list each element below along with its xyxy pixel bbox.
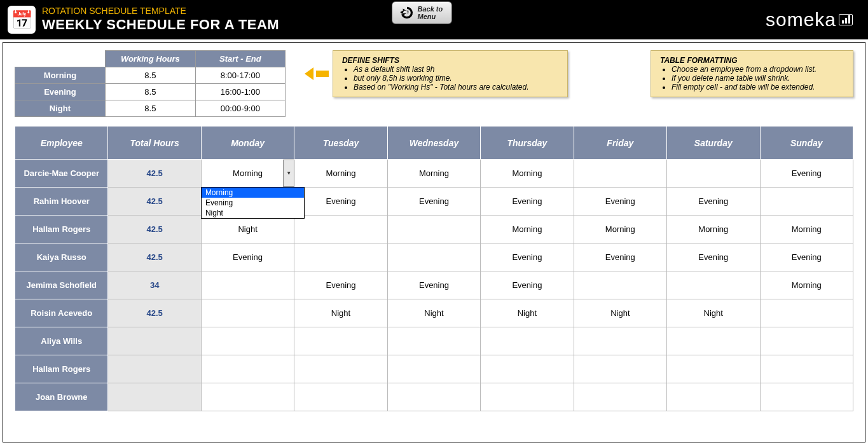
shift-cell[interactable]: Evening	[667, 243, 760, 271]
employee-cell[interactable]: Rahim Hoover	[15, 188, 108, 216]
shift-cell[interactable]	[294, 355, 387, 383]
shift-cell[interactable]	[760, 299, 853, 327]
dropdown-option[interactable]: Morning	[202, 188, 304, 198]
shift-cell[interactable]	[574, 355, 666, 383]
shift-cell[interactable]	[201, 271, 294, 299]
shift-cell[interactable]	[294, 383, 387, 411]
shift-cell[interactable]	[201, 327, 294, 355]
shift-cell[interactable]	[481, 355, 574, 383]
shift-cell[interactable]: Evening	[667, 188, 760, 216]
shift-cell[interactable]: Morning	[481, 160, 574, 188]
shift-range-cell[interactable]: 8:00-17:00	[195, 67, 285, 84]
shift-cell[interactable]: Morning	[574, 216, 666, 243]
shift-cell[interactable]: Evening	[760, 160, 853, 188]
shift-cell[interactable]: Evening	[294, 188, 387, 216]
shift-cell[interactable]	[387, 383, 480, 411]
shift-cell[interactable]: Night	[667, 299, 760, 327]
employee-cell[interactable]: Jemima Schofield	[15, 271, 108, 299]
shift-cell[interactable]	[201, 383, 294, 411]
shift-cell[interactable]: Evening	[201, 243, 294, 271]
shift-cell[interactable]: Night	[481, 299, 574, 327]
shift-cell[interactable]: Evening	[574, 188, 666, 216]
table-row: Roisin Acevedo42.5NightNightNightNightNi…	[15, 299, 853, 327]
note-title: TABLE FORMATTING	[660, 56, 844, 65]
note-item: Choose an employee from a dropdown list.	[672, 65, 844, 74]
shift-cell[interactable]	[760, 188, 853, 216]
total-hours-cell: 42.5	[108, 243, 201, 271]
shift-hours-cell[interactable]: 8.5	[105, 67, 195, 84]
shift-cell[interactable]	[574, 327, 666, 355]
shift-cell[interactable]	[667, 383, 760, 411]
shift-cell[interactable]	[387, 355, 480, 383]
shift-cell[interactable]	[387, 216, 480, 243]
employee-cell[interactable]: Joan Browne	[15, 383, 108, 411]
shift-cell[interactable]: Evening	[574, 243, 666, 271]
col-tue: Tuesday	[294, 127, 387, 160]
employee-cell[interactable]: Aliya Wills	[15, 327, 108, 355]
shift-cell[interactable]	[387, 327, 480, 355]
shift-cell[interactable]	[760, 383, 853, 411]
shift-cell[interactable]: Morning	[667, 216, 760, 243]
shift-cell[interactable]: Morning	[760, 271, 853, 299]
dropdown-option[interactable]: Evening	[202, 198, 304, 208]
shift-cell[interactable]	[481, 327, 574, 355]
dropdown-option[interactable]: Night	[202, 208, 304, 218]
shift-cell[interactable]	[387, 243, 480, 271]
empty-corner	[15, 51, 106, 67]
shift-cell[interactable]	[667, 355, 760, 383]
shift-cell[interactable]: Evening	[760, 243, 853, 271]
shift-cell[interactable]: Evening	[294, 271, 387, 299]
shift-hours-cell[interactable]: 8.5	[105, 100, 195, 117]
employee-cell[interactable]: Darcie-Mae Cooper	[15, 160, 108, 188]
shift-range-cell[interactable]: 16:00-1:00	[195, 84, 285, 100]
shift-cell[interactable]	[574, 160, 666, 188]
shift-cell[interactable]	[760, 355, 853, 383]
shift-cell[interactable]	[201, 355, 294, 383]
shift-hours-cell[interactable]: 8.5	[105, 84, 195, 100]
shift-cell[interactable]: Evening	[481, 271, 574, 299]
shift-cell[interactable]	[574, 383, 666, 411]
employee-cell[interactable]: Hallam Rogers	[15, 216, 108, 243]
shift-label: Evening	[15, 84, 106, 100]
shift-definition-table: Working Hours Start - End Morning8.58:00…	[15, 50, 286, 117]
shift-cell[interactable]	[201, 299, 294, 327]
shift-cell[interactable]	[667, 271, 760, 299]
shift-range-cell[interactable]: 00:00-9:00	[195, 100, 285, 117]
total-hours-cell: 42.5	[108, 299, 201, 327]
col-thu: Thursday	[481, 127, 574, 160]
upper-section: Working Hours Start - End Morning8.58:00…	[15, 50, 853, 117]
shift-cell[interactable]: Morning▼MorningEveningNight	[201, 160, 294, 188]
shift-cell[interactable]	[574, 271, 666, 299]
shift-cell[interactable]: Evening	[481, 188, 574, 216]
shift-cell[interactable]	[760, 327, 853, 355]
shift-cell[interactable]: Morning	[760, 216, 853, 243]
shift-cell[interactable]	[481, 383, 574, 411]
shift-cell[interactable]: Night	[387, 299, 480, 327]
shift-cell[interactable]	[294, 327, 387, 355]
employee-cell[interactable]: Hallam Rogers	[15, 355, 108, 383]
total-hours-cell	[108, 327, 201, 355]
shift-cell[interactable]: Evening	[387, 271, 480, 299]
shift-cell[interactable]: Evening	[387, 188, 480, 216]
shift-cell[interactable]: Evening	[481, 243, 574, 271]
dropdown-handle[interactable]: ▼	[283, 160, 294, 187]
shift-cell[interactable]	[294, 216, 387, 243]
shift-cell[interactable]: Morning	[387, 160, 480, 188]
arrow-left-icon	[305, 67, 313, 80]
table-row: Hallam Rogers42.5NightMorningMorningMorn…	[15, 216, 853, 243]
page-title: WEEKLY SCHEDULE FOR A TEAM	[42, 17, 279, 33]
shift-cell[interactable]: Night	[294, 299, 387, 327]
col-sun: Sunday	[760, 127, 853, 160]
employee-cell[interactable]: Roisin Acevedo	[15, 299, 108, 327]
dropdown-list[interactable]: MorningEveningNight	[201, 187, 305, 219]
shift-cell[interactable]: Morning	[294, 160, 387, 188]
shift-cell[interactable]: Night	[201, 216, 294, 243]
employee-cell[interactable]: Kaiya Russo	[15, 243, 108, 271]
shift-cell[interactable]	[294, 243, 387, 271]
shift-cell[interactable]	[667, 160, 760, 188]
shift-cell[interactable]: Morning	[481, 216, 574, 243]
schedule-header-row: Employee Total Hours Monday Tuesday Wedn…	[15, 127, 853, 160]
back-to-menu-button[interactable]: Back toMenu	[391, 1, 452, 24]
shift-cell[interactable]: Night	[574, 299, 666, 327]
shift-cell[interactable]	[667, 327, 760, 355]
